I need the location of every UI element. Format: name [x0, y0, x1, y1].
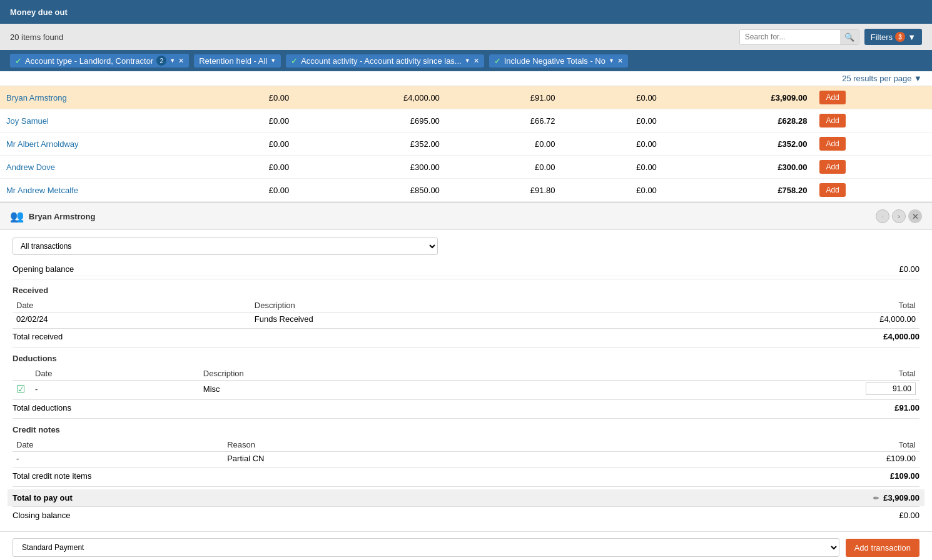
page-title: Money due out [10, 8, 68, 17]
row-add-cell: Add [813, 179, 932, 202]
deductions-total-header: Total [527, 367, 919, 381]
row-add-button[interactable]: Add [819, 160, 845, 174]
total-cn-label: Total credit note items [13, 471, 91, 481]
deduction-date: - [31, 381, 200, 398]
grand-total-row: Total to pay out ✏ £3,909.00 [8, 489, 924, 506]
row-total: £3,909.00 [663, 86, 814, 109]
total-deductions-label: Total deductions [13, 403, 71, 412]
row-add-button[interactable]: Add [819, 137, 845, 151]
detail-panel: 👥 Bryan Armstrong ‹ › ✕ All transactions… [0, 202, 932, 560]
total-pay-out-amount: £3,909.00 [883, 493, 919, 502]
received-date-header: Date [13, 299, 251, 312]
payment-type-select[interactable]: Standard Payment [13, 538, 839, 557]
deductions-table: Date Description Total ☑ - Misc [13, 367, 919, 397]
nav-prev-button[interactable]: ‹ [876, 209, 889, 223]
total-received-row: Total received £4,000.00 [13, 328, 919, 344]
row-add-button[interactable]: Add [819, 91, 845, 104]
results-per-page[interactable]: 25 results per page ▼ [842, 74, 922, 83]
filter-dropdown-icon[interactable]: ▼ [170, 58, 175, 64]
row-name[interactable]: Mr Albert Arnoldway [0, 132, 194, 156]
total-pay-out-label: Total to pay out [13, 493, 73, 502]
deductions-section-label: Deductions [13, 354, 919, 363]
add-transaction-button[interactable]: Add transaction [846, 539, 919, 557]
row-total: £352.00 [663, 132, 814, 156]
results-bar: 25 results per page ▼ [0, 71, 932, 86]
row-name[interactable]: Mr Andrew Metcalfe [0, 179, 194, 202]
filter-close-icon[interactable]: ✕ [178, 57, 184, 65]
row-col3: £0.00 [446, 132, 562, 156]
search-box: 🔍 [739, 29, 859, 45]
deductions-desc-header: Description [200, 367, 528, 381]
credit-notes-section-label: Credit notes [13, 425, 919, 434]
cn-amount: £109.00 [604, 452, 919, 466]
page-header: Money due out [0, 0, 932, 24]
detail-nav: ‹ › ✕ [876, 209, 922, 223]
row-col1: £0.00 [194, 132, 295, 156]
row-col2: £695.00 [295, 109, 446, 132]
row-add-cell: Add [813, 86, 932, 109]
deduction-amount-input[interactable] [866, 382, 916, 395]
row-col1: £0.00 [194, 179, 295, 202]
filters-arrow-icon: ▼ [908, 32, 916, 42]
filter-tag-retention-held[interactable]: Retention held - All ▼ [194, 54, 281, 68]
filter-tag-label: Account type - Landlord, Contractor [25, 56, 153, 66]
received-amount: £4,000.00 [654, 312, 919, 326]
transactions-filter-select[interactable]: All transactions Received Deductions Cre… [13, 238, 438, 255]
search-button[interactable]: 🔍 [840, 30, 859, 44]
row-total: £628.28 [663, 109, 814, 132]
search-input[interactable] [740, 30, 840, 44]
row-add-button[interactable]: Add [819, 114, 845, 128]
detail-person-name: Bryan Armstrong [29, 212, 95, 221]
cn-date: - [13, 452, 223, 466]
deduction-checkbox[interactable]: ☑ [13, 381, 31, 398]
row-name[interactable]: Bryan Armstrong [0, 86, 194, 109]
row-add-cell: Add [813, 156, 932, 179]
filter-tag-label: Retention held - All [199, 56, 267, 66]
detail-panel-header: 👥 Bryan Armstrong ‹ › ✕ [0, 203, 932, 230]
filter-dropdown-icon[interactable]: ▼ [270, 58, 276, 64]
cn-total-header: Total [604, 438, 919, 452]
total-deductions-value: £91.00 [894, 403, 919, 412]
row-total: £758.20 [663, 179, 814, 202]
row-col1: £0.00 [194, 109, 295, 132]
filter-tag-account-type[interactable]: ✓ Account type - Landlord, Contractor 2 … [10, 54, 189, 68]
people-icon: 👥 [10, 209, 24, 223]
table-row: Joy Samuel £0.00 £695.00 £66.72 £0.00 £6… [0, 109, 932, 132]
filter-tag-account-activity[interactable]: ✓ Account activity - Account activity si… [286, 54, 484, 68]
filter-close-icon[interactable]: ✕ [617, 57, 623, 65]
row-col1: £0.00 [194, 86, 295, 109]
filters-button[interactable]: Filters 3 ▼ [864, 29, 922, 45]
check-icon: ✓ [291, 56, 298, 66]
filters-count: 3 [895, 32, 905, 42]
opening-balance-label: Opening balance [13, 264, 74, 274]
toolbar-right: 🔍 Filters 3 ▼ [739, 29, 922, 45]
closing-balance-label: Closing balance [13, 511, 71, 520]
total-received-label: Total received [13, 332, 63, 341]
filter-dropdown-icon[interactable]: ▼ [465, 58, 470, 64]
main-table: Bryan Armstrong £0.00 £4,000.00 £91.00 £… [0, 86, 932, 202]
row-add-button[interactable]: Add [819, 183, 845, 197]
row-col4: £0.00 [562, 179, 663, 202]
nav-next-button[interactable]: › [892, 209, 906, 223]
closing-balance-row: Closing balance £0.00 [13, 506, 919, 524]
row-col2: £352.00 [295, 132, 446, 156]
table-row: 02/02/24 Funds Received £4,000.00 [13, 312, 919, 326]
detail-panel-title: 👥 Bryan Armstrong [10, 209, 95, 223]
row-col2: £300.00 [295, 156, 446, 179]
filter-dropdown-icon[interactable]: ▼ [609, 58, 614, 64]
filter-tag-badge: 2 [156, 56, 166, 66]
filter-close-icon[interactable]: ✕ [474, 57, 479, 65]
edit-icon[interactable]: ✏ [873, 494, 879, 502]
table-row: Mr Andrew Metcalfe £0.00 £850.00 £91.80 … [0, 179, 932, 202]
detail-close-button[interactable]: ✕ [908, 209, 922, 223]
received-date: 02/02/24 [13, 312, 251, 326]
row-name[interactable]: Joy Samuel [0, 109, 194, 132]
filters-label: Filters [871, 32, 893, 42]
check-icon: ✓ [15, 56, 22, 66]
main-table-container: Bryan Armstrong £0.00 £4,000.00 £91.00 £… [0, 86, 932, 202]
row-col3: £0.00 [446, 156, 562, 179]
received-table: Date Description Total 02/02/24 Funds Re… [13, 299, 919, 326]
deduction-description: Misc [200, 381, 528, 398]
row-name[interactable]: Andrew Dove [0, 156, 194, 179]
filter-tag-include-negative[interactable]: ✓ Include Negative Totals - No ▼ ✕ [489, 54, 628, 68]
